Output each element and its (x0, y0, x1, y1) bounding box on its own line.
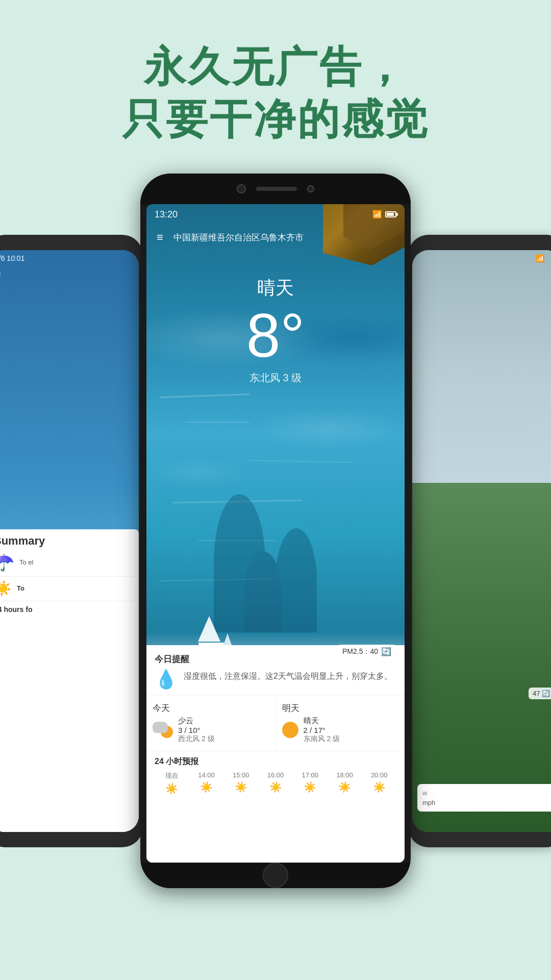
phone-center[interactable]: 13:20 📶 ≡ 中国新疆维吾尔自治区乌鲁木齐市 晴天 (140, 174, 411, 888)
main-weather: 晴天 8° 东北风 3 级 (146, 276, 405, 385)
hour-item-14: 14:00 ☀️ (189, 771, 224, 795)
headline-line1: 永久无广告， (0, 41, 551, 93)
phone-right-screen: 📶 🔋 47 🔄 w mph (412, 250, 551, 832)
publish-time: 5-22 13:20 发布 (155, 647, 205, 656)
hour-item-15: 15:00 ☀️ (223, 771, 258, 795)
hour-item-20: 20:00 ☀️ (362, 771, 396, 795)
today-wind: 西北风 2 级 (178, 734, 215, 744)
hour-item-now: 现在 ☀️ (155, 771, 189, 795)
today-forecast: 今天 少云 (146, 695, 276, 751)
city-name: 中国新疆维吾尔自治区乌鲁木齐市 (173, 232, 304, 243)
phone-left: 1/6 10:01 ≡ Summary ☂️ To el ☀️ To (0, 235, 143, 847)
phone-left-screen: 1/6 10:01 ≡ Summary ☂️ To el ☀️ To (0, 250, 139, 832)
pm-badge[interactable]: PM2.5：40 🔄 (337, 645, 396, 658)
left-summary-text: To el (19, 558, 33, 567)
hour-sun-icon-0: ☀️ (155, 782, 189, 795)
tomorrow-condition: 晴天 (304, 716, 340, 726)
weather-background: 13:20 📶 ≡ 中国新疆维吾尔自治区乌鲁木齐市 晴天 (146, 204, 405, 863)
reminder-text: 湿度很低，注意保湿。这2天气温会明显上升，别穿太多。 (184, 670, 392, 682)
sensor (307, 185, 314, 192)
hour-sun-icon-3: ☀️ (258, 781, 293, 793)
status-bar: 13:20 📶 (146, 204, 405, 225)
wifi-icon: 📶 (372, 210, 382, 219)
refresh-icon: 🔄 (381, 647, 391, 656)
umbrella-icon: ☂️ (0, 553, 14, 572)
tomorrow-label: 明天 (282, 702, 399, 714)
weather-wind: 东北风 3 级 (146, 371, 405, 385)
phone-speaker (256, 187, 297, 191)
front-camera (237, 184, 246, 193)
tomorrow-temp: 2 / 17° (304, 726, 340, 734)
left-today-label: To (17, 584, 24, 592)
left-phone-date: 1/6 10:01 (0, 254, 24, 262)
hour-sun-icon-1: ☀️ (189, 781, 224, 793)
today-temp: 3 / 10° (178, 726, 215, 734)
today-label: 今天 (153, 702, 269, 714)
status-time: 13:20 (155, 209, 178, 220)
bottom-info-bar: 5-22 13:20 发布 PM2.5：40 🔄 (146, 645, 405, 658)
left-summary-title: Summary (0, 534, 134, 548)
status-icons: 📶 (372, 210, 396, 219)
hour-sun-icon-5: ☀️ (328, 781, 362, 793)
battery-icon (385, 211, 396, 217)
drop-icon: 💧 (155, 670, 178, 689)
tomorrow-forecast: 明天 晴天 2 / 17° 东南风 2 级 (276, 695, 405, 751)
phone-right: 📶 🔋 47 🔄 w mph (408, 235, 551, 847)
hours-title: 24 小时预报 (155, 756, 396, 767)
left-hours-label: 24 hours fo (0, 605, 134, 614)
headline-line2: 只要干净的感觉 (0, 93, 551, 146)
forecast-row: 今天 少云 (146, 695, 405, 751)
hour-item-18: 18:00 ☀️ (328, 771, 362, 795)
partly-cloudy-icon (153, 722, 173, 738)
white-content-area: 今日提醒 💧 湿度很低，注意保湿。这2天气温会明显上升，别穿太多。 今天 (146, 645, 405, 863)
hours-row: 现在 ☀️ 14:00 ☀️ 15:00 ☀️ (155, 771, 396, 795)
hour-item-17: 17:00 ☀️ (293, 771, 328, 795)
phones-container: 1/6 10:01 ≡ Summary ☂️ To el ☀️ To (0, 174, 551, 980)
hour-sun-icon-6: ☀️ (362, 781, 396, 793)
phone-bottom-bar (140, 863, 411, 888)
home-button[interactable] (263, 863, 288, 888)
weather-condition: 晴天 (146, 276, 405, 301)
headline-area: 永久无广告， 只要干净的感觉 (0, 0, 551, 176)
menu-icon[interactable]: ≡ (157, 231, 163, 244)
phone-screen: 13:20 📶 ≡ 中国新疆维吾尔自治区乌鲁木齐市 晴天 (146, 204, 405, 863)
hours-section: 24 小时预报 现在 ☀️ 14:00 ☀️ 15:00 (146, 751, 405, 798)
nav-bar: ≡ 中国新疆维吾尔自治区乌鲁木齐市 (146, 225, 405, 250)
sun-icon (282, 722, 298, 738)
hour-sun-icon-2: ☀️ (223, 781, 258, 793)
tomorrow-wind: 东南风 2 级 (304, 734, 340, 744)
right-bottom-card: w mph (417, 784, 551, 812)
weather-temperature: 8° (146, 305, 405, 366)
today-condition: 少云 (178, 716, 215, 726)
pm-value: PM2.5：40 (342, 647, 378, 656)
sun-icon-small: ☀️ (0, 580, 12, 597)
phone-top-hardware (140, 174, 411, 204)
hour-item-16: 16:00 ☀️ (258, 771, 293, 795)
hour-sun-icon-4: ☀️ (293, 781, 328, 793)
right-pm-badge: 47 🔄 (529, 688, 551, 699)
